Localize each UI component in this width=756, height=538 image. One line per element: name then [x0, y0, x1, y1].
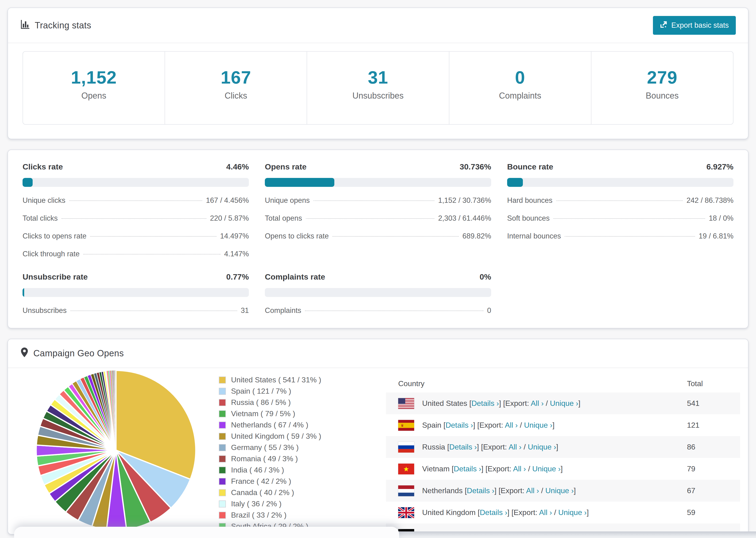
country-flag-icon: [398, 398, 414, 409]
export-basic-stats-button[interactable]: Export basic stats: [653, 16, 736, 35]
rate-detail-row: Complaints 0: [265, 306, 491, 315]
country-flag-icon: ★: [398, 463, 414, 474]
export-all-link[interactable]: All ›: [526, 486, 539, 495]
kpi-label: Opens: [23, 91, 165, 101]
legend-label: United Kingdom ( 59 / 3% ): [231, 432, 321, 441]
detail-label: Hard bounces: [507, 196, 553, 205]
kpi-stat-cell: 167 Clicks: [165, 52, 307, 124]
legend-label: Brazil ( 33 / 2% ): [231, 511, 287, 519]
rates-card: Clicks rate 4.46% Unique clicks 167 / 4.…: [8, 149, 748, 328]
country-name: Vietnam: [422, 464, 452, 473]
section-title: Campaign Geo Opens: [33, 348, 124, 358]
export-all-link[interactable]: All ›: [513, 464, 526, 473]
column-header-total: Total: [687, 379, 703, 388]
legend-color-swatch: [219, 377, 226, 384]
kpi-label: Complaints: [449, 91, 591, 101]
kpi-label: Clicks: [165, 91, 307, 101]
details-link[interactable]: Details ›: [480, 508, 507, 517]
geo-body: United States ( 541 / 31% ) Spain ( 121 …: [8, 368, 748, 533]
dotted-leader: [313, 200, 434, 201]
export-unique-link[interactable]: Unique ›: [528, 443, 556, 451]
legend-color-swatch: [219, 433, 226, 440]
country-total: 86: [687, 443, 695, 452]
rate-progress-bar: [265, 288, 491, 297]
legend-color-swatch: [219, 512, 226, 519]
kpi-stat-cell: 279 Bounces: [591, 52, 733, 124]
detail-value: 689.82%: [462, 232, 491, 241]
legend-label: Netherlands ( 67 / 4% ): [231, 421, 308, 429]
geo-country-table: Country Total United States [Details ›] …: [386, 375, 740, 534]
legend-color-swatch: [219, 388, 226, 395]
export-unique-link[interactable]: Unique ›: [545, 486, 574, 495]
country-table-row: ★ Vietnam [Details ›] [Export: All › / U…: [386, 458, 740, 480]
export-unique-link[interactable]: Unique ›: [532, 464, 561, 473]
country-total: 67: [687, 486, 695, 495]
kpi-label: Unsubscribes: [307, 91, 449, 101]
export-all-link[interactable]: All ›: [505, 421, 518, 429]
column-header-country: Country: [386, 379, 424, 388]
detail-label: Total clicks: [23, 214, 58, 223]
legend-color-swatch: [219, 422, 226, 429]
kpi-stat-cell: 31 Unsubscribes: [307, 52, 449, 124]
country-flag-icon: [398, 420, 414, 431]
rate-block: Unsubscribe rate 0.77% Unsubscribes 31: [23, 272, 249, 315]
map-pin-icon: [20, 347, 28, 360]
export-unique-link[interactable]: Unique ›: [524, 421, 553, 429]
country-table-row: Spain [Details ›] [Export: All › / Uniqu…: [386, 414, 740, 436]
kpi-value: 279: [591, 67, 733, 87]
country-table-row: Russia [Details ›] [Export: All › / Uniq…: [386, 436, 740, 458]
detail-value: 242 / 86.738%: [686, 196, 733, 205]
details-link[interactable]: Details ›: [471, 399, 499, 407]
export-unique-link[interactable]: Unique ›: [550, 399, 578, 407]
detail-label: Unique opens: [265, 196, 310, 205]
dotted-leader: [333, 236, 459, 237]
geo-header: Campaign Geo Opens: [8, 339, 748, 368]
legend-item: Vietnam ( 79 / 5% ): [219, 409, 321, 418]
rate-value: 0.77%: [226, 272, 249, 282]
detail-value: 18 / 0%: [709, 214, 733, 223]
details-link[interactable]: Details ›: [454, 464, 481, 473]
detail-label: Unsubscribes: [23, 306, 67, 315]
table-header-row: Country Total: [386, 375, 740, 393]
export-all-link[interactable]: All ›: [509, 443, 521, 451]
campaign-geo-opens-card: Campaign Geo Opens United States ( 541 /…: [8, 339, 748, 534]
details-link[interactable]: Details ›: [446, 421, 473, 429]
tracking-stats-header: Tracking stats Export basic stats: [8, 8, 748, 43]
rate-detail-row: Unique clicks 167 / 4.456%: [23, 196, 249, 205]
detail-value: 167 / 4.456%: [206, 196, 249, 205]
export-all-link[interactable]: All ›: [539, 508, 552, 517]
dotted-leader: [306, 218, 435, 219]
rates-grid: Clicks rate 4.46% Unique clicks 167 / 4.…: [8, 150, 748, 328]
detail-value: 14.497%: [220, 232, 249, 241]
page-title: Tracking stats: [35, 21, 91, 30]
rate-title: Unsubscribe rate: [23, 272, 88, 282]
kpi-stat-cell: 1,152 Opens: [23, 52, 165, 124]
rate-progress-fill: [23, 178, 33, 187]
legend-item: Brazil ( 33 / 2% ): [219, 511, 321, 519]
rate-title: Complaints rate: [265, 272, 325, 282]
legend-label: France ( 42 / 2% ): [231, 477, 291, 486]
rate-title: Opens rate: [265, 162, 307, 171]
country-total: 59: [687, 508, 695, 517]
legend-label: Russia ( 86 / 5% ): [231, 398, 291, 407]
dotted-leader: [62, 218, 206, 219]
legend-item: Romania ( 49 / 3% ): [219, 455, 321, 463]
export-unique-link[interactable]: Unique ›: [558, 508, 587, 517]
export-icon: [660, 21, 668, 30]
geo-title: Campaign Geo Opens: [20, 347, 124, 360]
legend-label: Vietnam ( 79 / 5% ): [231, 409, 295, 418]
details-link[interactable]: Details ›: [449, 443, 477, 451]
details-link[interactable]: Details ›: [467, 486, 494, 495]
geo-pie-legend: United States ( 541 / 31% ) Spain ( 121 …: [219, 376, 321, 533]
kpi-stats-box: 1,152 Opens 167 Clicks 31 Unsubscribes 0…: [23, 51, 733, 125]
export-all-link[interactable]: All ›: [531, 399, 544, 407]
detail-label: Opens to clicks rate: [265, 232, 329, 241]
rate-progress-fill: [23, 288, 24, 297]
legend-item: France ( 42 / 2% ): [219, 477, 321, 486]
detail-value: 0: [487, 306, 491, 315]
rate-progress-bar: [23, 178, 249, 187]
rate-value: 0%: [480, 272, 491, 282]
dotted-leader: [90, 236, 216, 237]
detail-value: 2,303 / 61.446%: [438, 214, 491, 223]
detail-label: Click through rate: [23, 250, 80, 258]
